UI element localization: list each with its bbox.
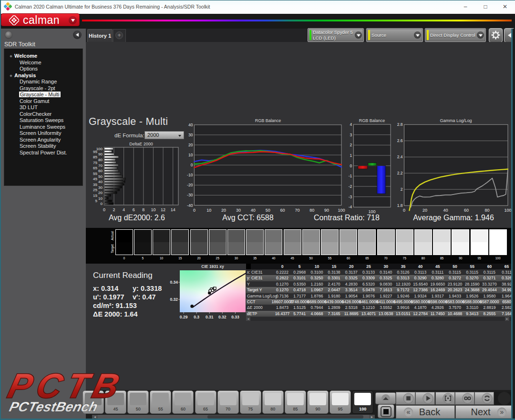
svg-text:90: 90 (98, 152, 103, 156)
svg-text:15: 15 (93, 194, 97, 198)
svg-text:-3: -3 (349, 195, 352, 199)
svg-text:-2: -2 (349, 184, 352, 189)
svg-text:CIE 1931 xy: CIE 1931 xy (201, 264, 224, 269)
svg-text:95: 95 (93, 150, 97, 154)
svg-text:45: 45 (93, 177, 97, 181)
svg-text:-20: -20 (187, 183, 193, 187)
svg-text:60: 60 (464, 208, 469, 213)
svg-text:0.33: 0.33 (231, 315, 239, 319)
svg-text:50: 50 (266, 208, 270, 213)
svg-text:RGB Balance: RGB Balance (359, 118, 385, 123)
svg-text:10: 10 (98, 196, 103, 201)
svg-text:0.32: 0.32 (170, 297, 178, 302)
svg-text:-1: -1 (349, 174, 352, 178)
svg-text:-40: -40 (187, 203, 193, 208)
svg-text:0.32: 0.32 (218, 315, 227, 319)
svg-text:40: 40 (251, 208, 256, 213)
svg-text:2: 2 (350, 143, 352, 147)
svg-text:100: 100 (504, 208, 511, 213)
svg-text:25: 25 (93, 188, 97, 192)
svg-text:20: 20 (98, 191, 103, 195)
svg-text:3: 3 (350, 133, 352, 137)
svg-text:0.34: 0.34 (170, 280, 178, 285)
svg-text:60: 60 (280, 208, 285, 213)
svg-text:2: 2 (401, 187, 403, 192)
svg-text:14: 14 (171, 207, 175, 212)
svg-text:20: 20 (188, 143, 193, 147)
svg-text:20: 20 (221, 208, 226, 213)
svg-text:40: 40 (443, 208, 448, 213)
svg-text:0: 0 (103, 207, 105, 212)
svg-text:2.8: 2.8 (397, 122, 403, 127)
svg-text:2.2: 2.2 (397, 171, 403, 175)
svg-text:12: 12 (161, 207, 165, 212)
svg-text:5: 5 (95, 199, 98, 203)
svg-text:1.8: 1.8 (397, 203, 403, 208)
svg-text:10: 10 (151, 207, 155, 212)
svg-text:0.31: 0.31 (206, 315, 214, 319)
svg-text:30: 30 (188, 133, 193, 137)
svg-text:65: 65 (93, 166, 97, 170)
svg-text:0: 0 (101, 202, 103, 206)
svg-text:0: 0 (350, 164, 352, 168)
svg-text:70: 70 (98, 164, 103, 168)
svg-text:40: 40 (188, 123, 193, 127)
svg-text:0: 0 (191, 163, 193, 167)
svg-text:100: 100 (338, 208, 345, 213)
svg-text:50: 50 (98, 174, 103, 179)
svg-text:60: 60 (98, 169, 103, 173)
svg-text:35: 35 (93, 183, 97, 187)
svg-text:0: 0 (193, 208, 196, 213)
svg-text:75: 75 (93, 161, 97, 165)
svg-text:0.3: 0.3 (194, 315, 199, 319)
svg-text:2.6: 2.6 (397, 138, 403, 143)
svg-text:80: 80 (309, 208, 314, 213)
svg-text:PCTestBench: PCTestBench (8, 399, 99, 414)
svg-text:55: 55 (93, 172, 97, 176)
svg-text:Gamma Log/Log: Gamma Log/Log (440, 118, 472, 123)
svg-text:RGB Balance: RGB Balance (255, 118, 281, 123)
svg-text:90: 90 (324, 208, 329, 213)
svg-text:8: 8 (142, 207, 144, 212)
svg-text:10: 10 (206, 208, 211, 213)
svg-text:-30: -30 (187, 193, 193, 197)
svg-text:80: 80 (484, 208, 489, 213)
svg-text:0.29: 0.29 (180, 315, 188, 319)
svg-text:-10: -10 (187, 173, 193, 177)
svg-text:20: 20 (422, 208, 427, 213)
svg-text:80: 80 (98, 158, 103, 162)
svg-text:30: 30 (98, 185, 103, 190)
svg-text:2.4: 2.4 (397, 154, 403, 159)
svg-text:DeltaE 2000: DeltaE 2000 (129, 142, 153, 146)
svg-text:70: 70 (295, 208, 299, 213)
svg-text:1: 1 (350, 153, 352, 158)
svg-text:4: 4 (350, 122, 352, 127)
svg-text:2: 2 (113, 207, 115, 212)
svg-text:40: 40 (98, 180, 103, 184)
svg-text:85: 85 (93, 155, 97, 159)
svg-text:4: 4 (123, 207, 125, 212)
svg-text:10: 10 (188, 153, 193, 157)
svg-text:6: 6 (133, 207, 135, 212)
svg-text:-4: -4 (349, 205, 352, 209)
svg-text:30: 30 (236, 208, 241, 213)
svg-text:0: 0 (403, 208, 405, 213)
